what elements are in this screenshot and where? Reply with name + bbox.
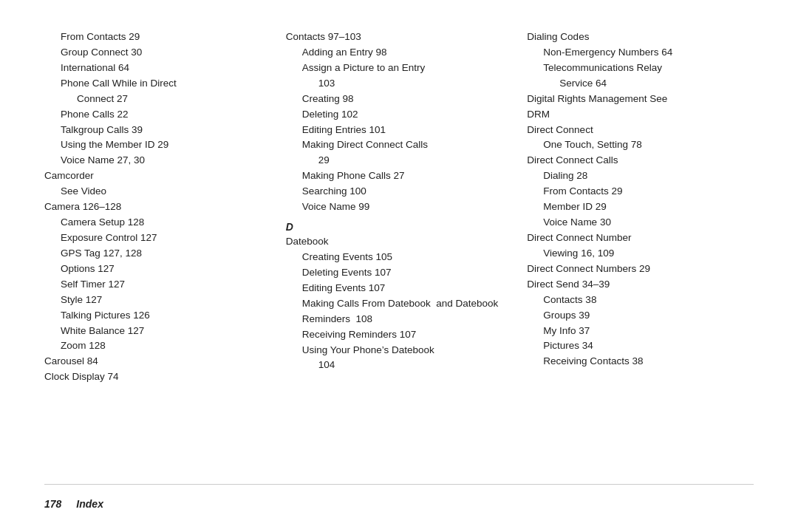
sub-entry: Pictures 34 [527, 338, 754, 354]
sub-entry: From Contacts 29 [44, 30, 271, 45]
sub-entry: Editing Entries 101 [286, 123, 513, 138]
section-letter: D [286, 221, 513, 233]
main-entry: Camcorder [44, 168, 271, 184]
sub-entry: Exposure Control 127 [44, 231, 271, 246]
main-entry: Datebook [286, 234, 513, 250]
sub-entry: One Touch, Setting 78 [527, 137, 754, 153]
sub-entry-wrapped: Making Direct Connect Calls29 [286, 137, 513, 168]
sub-entry: Talking Pictures 126 [44, 308, 271, 324]
main-entry: Clock Display 74 [44, 369, 271, 385]
main-entry: Direct Connect Number [527, 231, 754, 246]
main-entry: Digital Rights Management SeeDRM [527, 92, 754, 123]
sub-entry: Self Timer 127 [44, 277, 271, 293]
sub-entry: Member ID 29 [527, 200, 754, 215]
sub-entry: Creating Events 105 [286, 250, 513, 265]
sub-entry-wrapped: Assign a Picture to an Entry103 [286, 61, 513, 92]
footer: 178 Index [44, 484, 754, 510]
index-columns: From Contacts 29Group Connect 30Internat… [44, 30, 754, 477]
sub-entry: Voice Name 30 [527, 215, 754, 231]
main-entry: Camera 126–128 [44, 200, 271, 215]
sub-entry: Receiving Contacts 38 [527, 354, 754, 369]
sub-entry: White Balance 127 [44, 324, 271, 339]
sub-entry: Voice Name 99 [286, 200, 513, 215]
index-column-col1: From Contacts 29Group Connect 30Internat… [44, 30, 286, 477]
sub-entry: See Video [44, 184, 271, 200]
sub-entry-wrapped: Telecommunications RelayService 64 [527, 61, 754, 92]
sub-entry: Viewing 16, 109 [527, 246, 754, 262]
sub-entry: Camera Setup 128 [44, 215, 271, 231]
sub-entry: Deleting 102 [286, 107, 513, 123]
sub-entry: Non-Emergency Numbers 64 [527, 45, 754, 61]
sub-entry: Group Connect 30 [44, 45, 271, 61]
main-entry: Direct Connect Numbers 29 [527, 262, 754, 277]
sub-entry: Talkgroup Calls 39 [44, 123, 271, 138]
footer-label: Index [76, 498, 103, 510]
sub-entry-wrapped: Phone Call While in DirectConnect 27 [44, 76, 271, 107]
index-column-col2: Contacts 97–103Adding an Entry 98Assign … [286, 30, 528, 477]
sub-entry: Deleting Events 107 [286, 265, 513, 281]
sub-entry: Groups 39 [527, 308, 754, 324]
sub-entry: Adding an Entry 98 [286, 45, 513, 61]
sub-entry: Making Phone Calls 27 [286, 168, 513, 184]
main-entry: Direct Connect Calls [527, 153, 754, 168]
footer-page-number: 178 [44, 498, 61, 510]
sub-entry: Receiving Reminders 107 [286, 327, 513, 343]
sub-entry: Using the Member ID 29 [44, 137, 271, 153]
sub-entry: Dialing 28 [527, 168, 754, 184]
main-entry: Dialing Codes [527, 30, 754, 45]
sub-entry: Voice Name 27, 30 [44, 153, 271, 168]
sub-entry: Style 127 [44, 293, 271, 308]
sub-entry: Contacts 38 [527, 293, 754, 308]
main-entry: Carousel 84 [44, 354, 271, 369]
sub-entry: International 64 [44, 61, 271, 76]
main-entry: Contacts 97–103 [286, 30, 513, 45]
sub-entry: Searching 100 [286, 184, 513, 200]
sub-entry: From Contacts 29 [527, 184, 754, 200]
page: From Contacts 29Group Connect 30Internat… [0, 0, 798, 532]
sub-entry: Editing Events 107 [286, 281, 513, 296]
index-column-col3: Dialing CodesNon-Emergency Numbers 64Tel… [527, 30, 754, 477]
main-entry: Direct Connect [527, 123, 754, 138]
sub-entry: GPS Tag 127, 128 [44, 246, 271, 262]
sub-entry: Zoom 128 [44, 338, 271, 354]
sub-entry: Phone Calls 22 [44, 107, 271, 123]
sub-entry: Options 127 [44, 262, 271, 277]
sub-entry-wrapped: Making Calls From Datebook and Datebook … [286, 296, 513, 327]
main-entry: Direct Send 34–39 [527, 277, 754, 293]
sub-entry: My Info 37 [527, 324, 754, 339]
sub-entry: Creating 98 [286, 92, 513, 107]
sub-entry-wrapped: Using Your Phone’s Datebook104 [286, 343, 513, 374]
